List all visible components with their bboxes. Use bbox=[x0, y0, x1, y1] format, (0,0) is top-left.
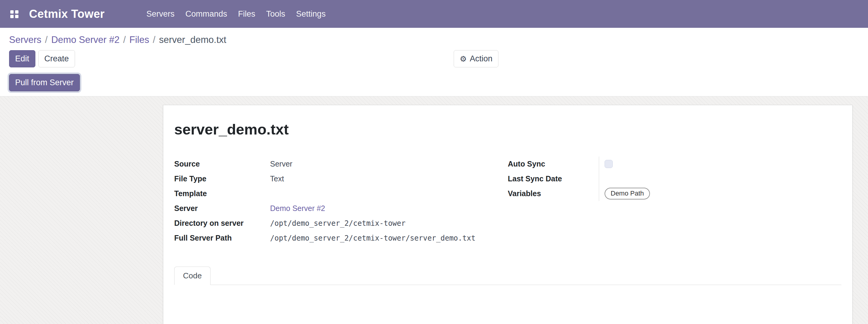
menu-settings[interactable]: Settings bbox=[291, 0, 331, 28]
notebook-tabs: Code bbox=[174, 266, 841, 285]
field-label-file-type: File Type bbox=[174, 174, 270, 184]
button-row: Edit Create ⚙ Action bbox=[9, 50, 859, 67]
group-separator: Demo Path bbox=[599, 186, 659, 201]
field-label-source: Source bbox=[174, 159, 270, 169]
create-button[interactable]: Create bbox=[38, 50, 75, 67]
form-sheet: server_demo.txt Source Server File Type … bbox=[163, 105, 852, 324]
record-title: server_demo.txt bbox=[174, 121, 841, 138]
field-source: Source Server bbox=[174, 157, 508, 171]
breadcrumb-files[interactable]: Files bbox=[129, 34, 149, 45]
field-label-server: Server bbox=[174, 204, 270, 213]
menu-tools[interactable]: Tools bbox=[261, 0, 291, 28]
field-label-directory: Directory on server bbox=[174, 219, 270, 228]
menu-files[interactable]: Files bbox=[232, 0, 261, 28]
field-groups: Source Server File Type Text Template Se… bbox=[174, 157, 841, 246]
field-value-file-type: Text bbox=[270, 174, 284, 183]
pull-from-server-button[interactable]: Pull from Server bbox=[9, 74, 80, 91]
page: Cetmix Tower Servers Commands Files Tool… bbox=[0, 0, 868, 324]
field-server: Server Demo Server #2 bbox=[174, 201, 508, 216]
group-separator bbox=[599, 157, 659, 171]
server-link[interactable]: Demo Server #2 bbox=[270, 204, 325, 213]
main-menu: Servers Commands Files Tools Settings bbox=[141, 0, 331, 28]
field-label-auto-sync: Auto Sync bbox=[508, 159, 599, 169]
field-label-variables: Variables bbox=[508, 189, 599, 198]
breadcrumb-separator: / bbox=[123, 34, 126, 45]
field-directory: Directory on server /opt/demo_server_2/c… bbox=[174, 216, 508, 231]
field-value-source: Server bbox=[270, 160, 292, 168]
breadcrumb-separator: / bbox=[153, 34, 155, 45]
field-label-full-path: Full Server Path bbox=[174, 233, 270, 243]
field-auto-sync: Auto Sync bbox=[508, 157, 841, 171]
app-brand-title: Cetmix Tower bbox=[29, 7, 105, 21]
tab-code[interactable]: Code bbox=[174, 266, 211, 285]
left-field-group: Source Server File Type Text Template Se… bbox=[174, 157, 508, 246]
field-template: Template bbox=[174, 186, 508, 201]
field-full-path: Full Server Path /opt/demo_server_2/cetm… bbox=[174, 231, 508, 246]
action-button-wrap: ⚙ Action bbox=[454, 50, 498, 67]
right-field-group: Auto Sync Last Sync Date Variables bbox=[508, 157, 841, 246]
apps-menu-icon[interactable] bbox=[9, 8, 20, 19]
field-label-last-sync: Last Sync Date bbox=[508, 174, 599, 184]
menu-servers[interactable]: Servers bbox=[141, 0, 180, 28]
field-variables: Variables Demo Path bbox=[508, 186, 841, 201]
auto-sync-checkbox[interactable] bbox=[604, 160, 613, 168]
breadcrumb-current: server_demo.txt bbox=[159, 34, 226, 45]
field-value-full-path: /opt/demo_server_2/cetmix-tower/server_d… bbox=[270, 234, 475, 242]
field-label-template: Template bbox=[174, 189, 270, 198]
field-value-directory: /opt/demo_server_2/cetmix-tower bbox=[270, 219, 406, 228]
variable-tag-demo-path: Demo Path bbox=[604, 188, 650, 199]
gear-icon: ⚙ bbox=[460, 55, 467, 63]
field-last-sync-date: Last Sync Date bbox=[508, 171, 841, 186]
group-separator bbox=[599, 171, 659, 186]
edit-button[interactable]: Edit bbox=[9, 50, 35, 67]
tab-code-content bbox=[174, 285, 841, 324]
breadcrumb-separator: / bbox=[45, 34, 48, 45]
breadcrumb-demo-server[interactable]: Demo Server #2 bbox=[51, 34, 120, 45]
action-button-label: Action bbox=[470, 55, 492, 63]
grid-squares-icon bbox=[9, 9, 20, 19]
control-panel: Servers / Demo Server #2 / Files / serve… bbox=[0, 28, 868, 96]
action-button[interactable]: ⚙ Action bbox=[454, 50, 498, 67]
breadcrumb-servers[interactable]: Servers bbox=[9, 34, 41, 45]
top-navbar: Cetmix Tower Servers Commands Files Tool… bbox=[0, 0, 868, 28]
menu-commands[interactable]: Commands bbox=[180, 0, 232, 28]
notebook: Code bbox=[174, 266, 841, 324]
form-view-background: server_demo.txt Source Server File Type … bbox=[0, 96, 868, 324]
pull-row: Pull from Server bbox=[9, 74, 859, 91]
field-file-type: File Type Text bbox=[174, 171, 508, 186]
breadcrumb: Servers / Demo Server #2 / Files / serve… bbox=[9, 34, 859, 45]
